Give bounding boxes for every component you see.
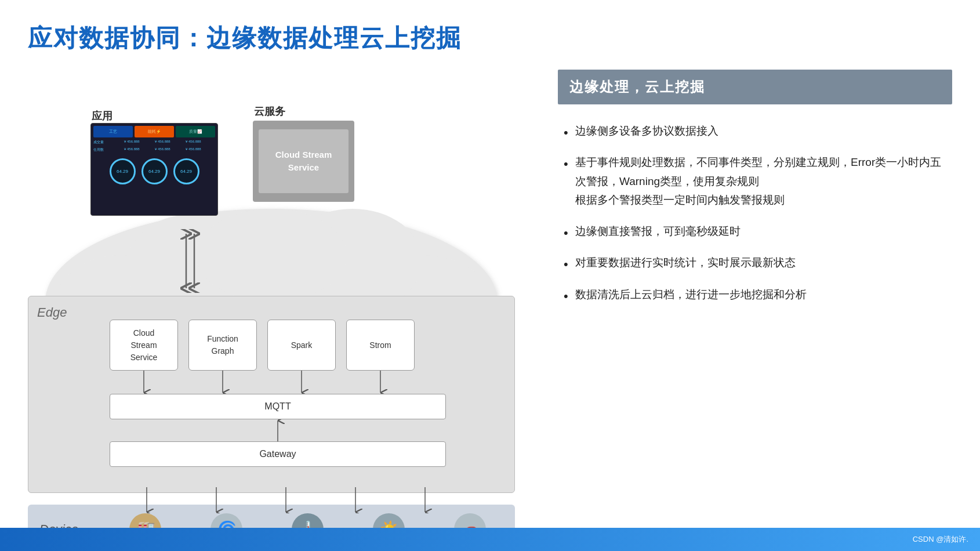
tab-质量: 质量📈 xyxy=(176,126,215,137)
service-boxes-row: CloudStreamService FunctionGraph Spark S… xyxy=(110,320,415,371)
right-panel-header: 边缘处理，云上挖掘 xyxy=(558,70,952,104)
footer: CSDN @清如许. xyxy=(0,528,980,551)
page-title: 应对数据协同：边缘数据处理云上挖掘 xyxy=(28,22,462,55)
mqtt-to-gateway-arrow xyxy=(269,419,286,441)
left-diagram: 应用 工艺 能耗⚡ 质量📈 成交量¥ 456.888¥ 456.888¥ 456… xyxy=(28,70,515,528)
cloud-edge-arrow xyxy=(176,229,205,293)
right-header-text: 边缘处理，云上挖掘 xyxy=(569,79,705,95)
bullet-5: 数据清洗后上云归档，进行进一步地挖掘和分析 xyxy=(564,285,946,304)
gauge-3: 64.29 xyxy=(173,158,199,184)
app-label: 应用 xyxy=(92,109,112,123)
bullet-2: 基于事件规则处理数据，不同事件类型，分别建立规则，Error类一小时内五次警报，… xyxy=(564,153,946,209)
service-box-fg: FunctionGraph xyxy=(188,320,257,371)
bullet-list: 边缘侧多设备多协议数据接入 基于事件规则处理数据，不同事件类型，分别建立规则，E… xyxy=(558,122,952,304)
bullet-4: 对重要数据进行实时统计，实时展示最新状态 xyxy=(564,253,946,272)
bullet-3: 边缘侧直接警报，可到毫秒级延时 xyxy=(564,222,946,241)
mqtt-box: MQTT xyxy=(110,394,446,419)
service-to-mqtt-arrows xyxy=(110,371,458,394)
edge-label: Edge xyxy=(37,305,67,320)
bullet-1: 边缘侧多设备多协议数据接入 xyxy=(564,122,946,140)
cloud-stream-service-box: Cloud StreamService xyxy=(253,121,354,202)
gauge-1: 64.29 xyxy=(110,158,136,184)
gateway-to-device-arrows xyxy=(118,487,466,513)
svg-point-5 xyxy=(196,209,347,302)
footer-text: CSDN @清如许. xyxy=(913,534,968,545)
data-row-1: 成交量¥ 456.888¥ 456.888¥ 456.888 xyxy=(91,139,217,146)
app-screen: 工艺 能耗⚡ 质量📈 成交量¥ 456.888¥ 456.888¥ 456.88… xyxy=(90,123,218,216)
tab-工艺: 工艺 xyxy=(93,126,133,137)
right-panel: 边缘处理，云上挖掘 边缘侧多设备多协议数据接入 基于事件规则处理数据，不同事件类… xyxy=(558,70,952,505)
gauge-2: 64.29 xyxy=(141,158,168,184)
service-box-spark: Spark xyxy=(267,320,336,371)
cloud-stream-service-text: Cloud StreamService xyxy=(259,129,349,193)
service-box-css: CloudStreamService xyxy=(110,320,178,371)
gateway-box: Gateway xyxy=(110,441,446,467)
edge-container: Edge CloudStreamService FunctionGraph Sp… xyxy=(28,296,515,493)
tab-能耗: 能耗⚡ xyxy=(135,126,174,137)
service-box-strom: Strom xyxy=(346,320,415,371)
cloud-service-label: 云服务 xyxy=(254,104,285,118)
gauge-row: 64.29 64.29 64.29 xyxy=(91,158,217,184)
data-row-2: 任用数¥ 456.888¥ 456.888¥ 456.888 xyxy=(91,146,217,154)
